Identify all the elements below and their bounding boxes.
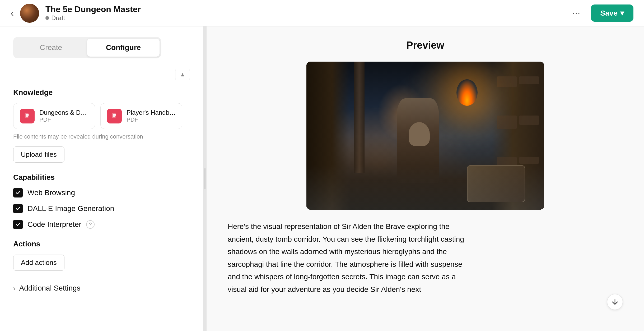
capability-dalle: DALL·E Image Generation xyxy=(13,204,190,213)
capability-code-interpreter: Code Interpreter ? xyxy=(13,220,190,229)
header-title-block: The 5e Dungeon Master Draft xyxy=(45,4,141,22)
tabs: Create Configure xyxy=(13,37,161,58)
file-type-2: PDF xyxy=(127,116,176,123)
tab-create[interactable]: Create xyxy=(15,39,87,57)
file-note: File contents may be revealed during con… xyxy=(13,133,190,140)
divider-line xyxy=(204,168,206,189)
file-info-2: Player's Handbook 5e.pdf PDF xyxy=(127,109,176,123)
collapse-area: ▲ xyxy=(13,69,190,80)
status-dot xyxy=(45,16,49,20)
code-interpreter-help-icon[interactable]: ? xyxy=(86,220,95,229)
save-label: Save xyxy=(600,9,618,17)
scroll-down-button[interactable] xyxy=(607,294,623,310)
additional-settings[interactable]: › Additional Settings xyxy=(13,281,190,295)
file-card-1[interactable]: Dungeons & Dragons Core... PDF xyxy=(13,103,95,129)
knowledge-files: Dungeons & Dragons Core... PDF Player's … xyxy=(13,103,190,129)
header-right: ··· Save ▾ xyxy=(568,4,633,22)
file-name-2: Player's Handbook 5e.pdf xyxy=(127,109,176,116)
additional-settings-chevron-icon: › xyxy=(13,284,16,292)
actions-section: Actions Add actions xyxy=(13,240,190,271)
dalle-label: DALL·E Image Generation xyxy=(27,204,114,213)
header: ‹ The 5e Dungeon Master Draft ··· Save ▾ xyxy=(0,0,644,26)
checkbox-web-browsing[interactable] xyxy=(13,188,23,197)
header-left: ‹ The 5e Dungeon Master Draft xyxy=(11,4,141,23)
capabilities-section-title: Capabilities xyxy=(13,173,190,182)
capabilities-section: Capabilities Web Browsing DALL·E Image G… xyxy=(13,173,190,229)
additional-settings-label: Additional Settings xyxy=(19,284,81,292)
preview-image xyxy=(306,62,544,210)
file-name-1: Dungeons & Dragons Core... xyxy=(39,109,88,116)
web-browsing-label: Web Browsing xyxy=(27,189,75,197)
save-button[interactable]: Save ▾ xyxy=(591,4,633,22)
actions-section-title: Actions xyxy=(13,240,190,248)
avatar xyxy=(20,4,39,23)
file-type-1: PDF xyxy=(39,116,88,123)
left-panel: Create Configure ▲ Knowledge Dungeons & … xyxy=(0,26,203,331)
file-card-2[interactable]: Player's Handbook 5e.pdf PDF xyxy=(100,103,182,129)
main-layout: Create Configure ▲ Knowledge Dungeons & … xyxy=(0,26,644,331)
preview-title: Preview xyxy=(228,40,623,51)
tab-configure[interactable]: Configure xyxy=(87,39,160,57)
capability-web-browsing: Web Browsing xyxy=(13,188,190,197)
preview-description: Here's the visual representation of Sir … xyxy=(228,220,465,296)
dungeon-scene xyxy=(306,62,544,210)
panel-divider[interactable] xyxy=(203,26,207,331)
back-button[interactable]: ‹ xyxy=(11,8,14,19)
avatar-image xyxy=(20,4,39,23)
right-panel: Preview xyxy=(207,26,644,331)
more-button[interactable]: ··· xyxy=(568,6,585,21)
save-dropdown-icon: ▾ xyxy=(620,9,624,17)
file-icon-2 xyxy=(107,109,122,123)
file-icon-1 xyxy=(20,109,35,123)
add-actions-button[interactable]: Add actions xyxy=(13,255,64,271)
knowledge-section-title: Knowledge xyxy=(13,88,190,97)
status-label: Draft xyxy=(51,14,65,22)
file-info-1: Dungeons & Dragons Core... PDF xyxy=(39,109,88,123)
code-interpreter-label: Code Interpreter xyxy=(27,220,81,229)
upload-files-button[interactable]: Upload files xyxy=(13,146,64,163)
gpt-title: The 5e Dungeon Master xyxy=(45,4,141,14)
header-status: Draft xyxy=(45,14,141,22)
checkbox-code-interpreter[interactable] xyxy=(13,220,23,229)
checkbox-dalle[interactable] xyxy=(13,204,23,213)
collapse-button[interactable]: ▲ xyxy=(175,69,190,80)
